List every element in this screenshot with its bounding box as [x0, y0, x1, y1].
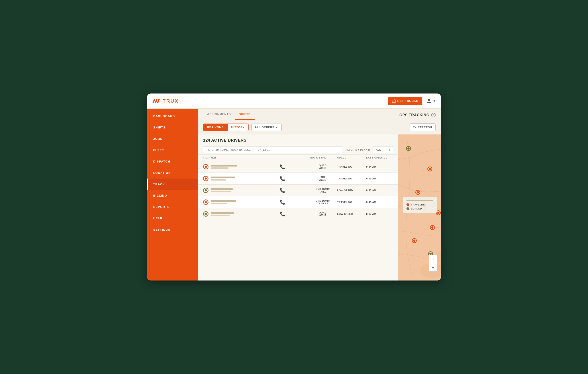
col-empty	[257, 156, 308, 159]
legend-label-traveling: TRAVELING	[411, 203, 426, 206]
help-circle-icon[interactable]: ?	[431, 113, 436, 117]
truck-type: QUADAXLE	[308, 211, 337, 217]
table-row[interactable]: 📞 TRIAXLE TRAVELING 9:00 AM	[198, 173, 398, 185]
col-driver[interactable]: DRIVER	[203, 156, 257, 159]
header-right: GET TRUCKS ▼	[388, 97, 436, 105]
tabs-left: ASSIGNMENTS SHIFTS	[203, 109, 255, 120]
truck-type: QUADAXLE	[308, 164, 337, 169]
phone-icon[interactable]: 📞	[280, 176, 285, 181]
sidebar-item-fleet[interactable]: FLEET	[147, 145, 198, 156]
sidebar-item-reports[interactable]: REPORTS	[147, 201, 198, 213]
time-val: 8:57 AM	[366, 189, 393, 192]
sidebar-item-billing[interactable]: BILLING	[147, 190, 198, 201]
map-panel[interactable]: TRAVELING LOADED + −	[398, 135, 441, 280]
map-pin-traveling[interactable]	[430, 225, 435, 230]
col-speed[interactable]: SPEED	[337, 156, 366, 159]
legend-item-loaded: LOADED	[407, 207, 433, 210]
col-last-updated[interactable]: LAST UPDATED	[366, 156, 393, 159]
get-trucks-button[interactable]: GET TRUCKS	[388, 97, 422, 105]
user-icon	[426, 98, 432, 104]
driver-name-bar	[211, 177, 235, 178]
sidebar-item-shifts[interactable]: SHIFTS	[147, 122, 198, 133]
table-row[interactable]: 📞 END DUMPTRAILER TRAVELING 8:45 AM	[198, 196, 398, 208]
zoom-controls: + −	[429, 255, 437, 272]
svg-point-7	[428, 99, 430, 101]
tab-shifts[interactable]: SHIFTS	[235, 109, 254, 120]
driver-cell	[203, 199, 257, 205]
zoom-out-button[interactable]: −	[429, 263, 437, 271]
driver-desc-bar	[211, 179, 226, 181]
main-layout: DASHBOARD SHIFTS JOBS FLEET DISPATCH LOC…	[147, 109, 441, 280]
table-row[interactable]: 📞 QUADAXLE TRAVELING 9:34 AM	[198, 161, 398, 173]
phone-icon[interactable]: 📞	[280, 188, 285, 193]
table-header: DRIVER TRUCK TYPE SPEED LAST UPDATED	[198, 154, 398, 161]
status-dot-loaded	[203, 211, 209, 217]
zoom-in-button[interactable]: +	[429, 255, 437, 263]
tab-assignments[interactable]: ASSIGNMENTS	[203, 109, 235, 120]
sidebar-item-track[interactable]: TRACK	[147, 178, 198, 190]
sidebar-item-dispatch[interactable]: DISPATCH	[147, 156, 198, 167]
truck-type: TRIAXLE	[308, 176, 337, 181]
truck-type: END DUMPTRAILER	[308, 199, 337, 205]
legend-label-loaded: LOADED	[411, 207, 422, 210]
search-input[interactable]	[203, 146, 342, 153]
driver-name-bar	[211, 200, 236, 202]
phone-icon[interactable]: 📞	[280, 164, 285, 169]
content-area: ASSIGNMENTS SHIFTS GPS TRACKING ? REAL-T…	[198, 109, 441, 280]
truck-type: END DUMPTRAILER	[308, 188, 337, 193]
phone-icon[interactable]: 📞	[280, 199, 285, 205]
speed-val: TRAVELING	[337, 177, 366, 180]
map-pin-traveling[interactable]	[415, 190, 420, 195]
map-pin-traveling[interactable]	[427, 166, 432, 171]
history-button[interactable]: HISTORY	[228, 124, 249, 131]
driver-info	[211, 200, 236, 204]
chevron-down-icon: ▼	[276, 126, 278, 129]
filter-plant-select[interactable]: ALL	[373, 146, 393, 153]
tabs-bar: ASSIGNMENTS SHIFTS GPS TRACKING ?	[198, 109, 441, 120]
sidebar-item-settings[interactable]: SETTINGS	[147, 224, 198, 235]
driver-cell	[203, 176, 257, 181]
sidebar-item-help[interactable]: HELP	[147, 213, 198, 224]
table-row[interactable]: 📞 QUADAXLE LOW SPEED 8:17 AM	[198, 208, 398, 220]
map-pin-loaded[interactable]	[406, 146, 411, 151]
time-val: 9:00 AM	[366, 177, 393, 180]
speed-val: TRAVELING	[337, 201, 366, 203]
filter-plant-wrapper: ALL	[373, 146, 393, 153]
sidebar: DASHBOARD SHIFTS JOBS FLEET DISPATCH LOC…	[147, 109, 198, 280]
driver-name-bar	[211, 165, 237, 166]
time-val: 8:45 AM	[366, 201, 393, 203]
status-dot-loaded	[203, 188, 209, 193]
user-chevron-icon: ▼	[433, 100, 436, 103]
legend-title-bar	[407, 200, 433, 201]
phone-icon[interactable]: 📞	[280, 211, 285, 217]
map-legend: TRAVELING LOADED	[403, 197, 437, 213]
logo-text: TRUX	[163, 98, 179, 104]
refresh-button[interactable]: ↻ REFRESH	[410, 123, 436, 131]
logo-icon	[152, 98, 161, 104]
status-dot-traveling	[203, 176, 209, 181]
toolbar-left: REAL-TIME HISTORY ALL ORDERS ▼	[203, 124, 282, 131]
user-menu-button[interactable]: ▼	[426, 98, 436, 104]
table-row[interactable]: 📞 END DUMPTRAILER LOW SPEED 8:57 AM	[198, 185, 398, 196]
svg-rect-3	[392, 100, 395, 103]
gps-tracking-label: GPS TRACKING ?	[399, 113, 436, 120]
all-orders-button[interactable]: ALL ORDERS ▼	[251, 124, 282, 131]
legend-dot-loaded	[407, 207, 409, 210]
sidebar-item-location[interactable]: LOCATION	[147, 167, 198, 178]
driver-info	[211, 177, 235, 181]
driver-desc-bar	[211, 215, 230, 216]
realtime-button[interactable]: REAL-TIME	[203, 124, 228, 131]
sidebar-item-jobs[interactable]: JOBS	[147, 133, 198, 145]
driver-desc-bar	[211, 191, 231, 192]
col-truck-type[interactable]: TRUCK TYPE	[308, 156, 337, 159]
driver-info	[211, 165, 237, 169]
calendar-icon	[392, 99, 396, 103]
sidebar-item-dashboard[interactable]: DASHBOARD	[147, 110, 198, 122]
time-val: 8:17 AM	[366, 213, 393, 215]
driver-desc-bar	[211, 167, 229, 169]
driver-list-panel: 124 ACTIVE DRIVERS FILTER BY PLANT: ALL	[198, 135, 398, 280]
app-shell: TRUX GET TRUCKS ▼	[147, 94, 441, 280]
header: TRUX GET TRUCKS ▼	[147, 94, 441, 109]
get-trucks-label: GET TRUCKS	[397, 99, 419, 103]
driver-list-header: 124 ACTIVE DRIVERS	[198, 135, 398, 145]
